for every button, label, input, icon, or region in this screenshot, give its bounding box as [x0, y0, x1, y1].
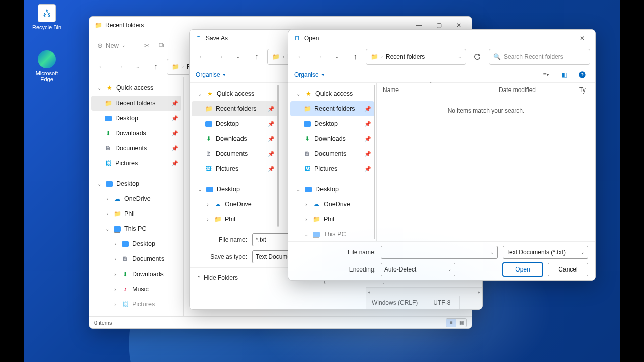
- filename-input[interactable]: ⌄: [381, 246, 498, 259]
- edge-label: Microsoft Edge: [29, 70, 64, 82]
- explorer-nav-pane[interactable]: ⌄★Quick access 📁Recent folders📌 Desktop📌…: [89, 77, 184, 316]
- desktop[interactable]: Recycle Bin Microsoft Edge 📁 Recent fold…: [24, 0, 620, 362]
- nav-user[interactable]: ›📁Phil: [290, 212, 374, 227]
- details-view-icon[interactable]: ≡: [446, 319, 456, 327]
- open-button[interactable]: Open: [503, 263, 543, 276]
- back-button[interactable]: ←: [195, 49, 210, 64]
- nav-downloads[interactable]: ⬇Downloads📌: [290, 131, 374, 146]
- help-button[interactable]: ?: [575, 68, 589, 82]
- quick-access-header[interactable]: ⌄★Quick access: [91, 80, 181, 96]
- pin-icon: 📌: [364, 166, 371, 172]
- forward-button[interactable]: →: [213, 49, 228, 64]
- horizontal-scrollbar[interactable]: ◂▸: [366, 287, 482, 296]
- microsoft-edge[interactable]: Microsoft Edge: [29, 50, 64, 82]
- saveas-nav-pane[interactable]: ⌄★Quick access 📁Recent folders📌 Desktop📌…: [190, 83, 280, 229]
- filetype-select[interactable]: Text Documents (*.txt)⌄: [503, 246, 588, 259]
- nav-this-pc[interactable]: ⌄This PC: [192, 227, 278, 229]
- nav-recent-folders[interactable]: 📁Recent folders📌: [192, 101, 278, 116]
- close-button[interactable]: ✕: [572, 31, 592, 46]
- quick-access-header[interactable]: ⌄★Quick access: [290, 86, 374, 101]
- view-toggle[interactable]: ≡ ▦: [446, 318, 467, 327]
- search-input[interactable]: 🔍 Search Recent folders: [489, 49, 590, 65]
- open-content[interactable]: Name Date modified Ty No items match you…: [377, 83, 595, 241]
- filename-input[interactable]: *.txt: [252, 233, 475, 246]
- open-titlebar[interactable]: 🗒 Open ✕: [288, 30, 595, 47]
- nav-desktop[interactable]: Desktop📌: [192, 116, 278, 131]
- open-dialog[interactable]: 🗒 Open ✕ ← → ⌄ ↑ 📁 › Recent folders ⌄ 🔍 …: [288, 29, 596, 281]
- nav-pc-downloads[interactable]: ›⬇Downloads: [91, 266, 181, 282]
- cut-icon[interactable]: ✂: [144, 42, 150, 49]
- nav-pc-desktop[interactable]: ›Desktop: [91, 236, 181, 251]
- nav-pictures[interactable]: 🖼Pictures📌: [290, 161, 374, 176]
- nav-pc-documents[interactable]: ›🗎Documents: [91, 251, 181, 266]
- nav-pc-pictures[interactable]: ›🖼Pictures: [91, 297, 181, 312]
- nav-desktop-section[interactable]: ⌄Desktop: [91, 176, 181, 191]
- back-button[interactable]: ←: [94, 59, 109, 74]
- folder-icon: 📁: [370, 53, 378, 61]
- recent-dropdown[interactable]: ⌄: [130, 59, 145, 74]
- nav-this-pc[interactable]: ⌄This PC: [290, 227, 374, 241]
- saveas-footer: File name: *.txt Save as type: Text Docu…: [190, 229, 482, 267]
- up-button[interactable]: ↑: [348, 49, 363, 64]
- nav-pictures[interactable]: 🖼Pictures📌: [192, 161, 278, 176]
- col-type[interactable]: Ty: [579, 86, 589, 94]
- refresh-button[interactable]: [469, 49, 486, 65]
- cloud-icon: ☁: [113, 195, 121, 203]
- download-icon: ⬇: [104, 129, 112, 137]
- nav-recent-folders[interactable]: 📁Recent folders📌: [91, 96, 181, 111]
- forward-button[interactable]: →: [112, 59, 127, 74]
- nav-onedrive[interactable]: ›☁OneDrive: [290, 197, 374, 212]
- new-button[interactable]: ⊕ New ⌄: [97, 42, 126, 49]
- large-icons-view-icon[interactable]: ▦: [456, 319, 466, 327]
- nav-desktop[interactable]: Desktop📌: [91, 111, 181, 126]
- recent-dropdown[interactable]: ⌄: [231, 49, 246, 64]
- nav-pc-music[interactable]: ›♪Music: [91, 282, 181, 297]
- encoding-label: Encoding:: [292, 274, 319, 281]
- col-date[interactable]: Date modified: [499, 86, 559, 94]
- hide-folders-button[interactable]: ⌃Hide Folders: [190, 271, 285, 284]
- back-button[interactable]: ←: [293, 49, 308, 64]
- cancel-button[interactable]: Cancel: [548, 263, 588, 276]
- chevron-down-icon[interactable]: ⌄: [458, 54, 462, 59]
- col-name[interactable]: Name: [383, 86, 478, 94]
- saveastype-select[interactable]: Text Docume: [252, 250, 475, 263]
- organise-button[interactable]: Organise▼: [294, 71, 325, 78]
- open-nav-row: ← → ⌄ ↑ 📁 › Recent folders ⌄ 🔍 Search Re…: [288, 47, 595, 67]
- recycle-bin[interactable]: Recycle Bin: [29, 4, 64, 30]
- address-bar[interactable]: 📁 › Recent folders ⌄: [366, 49, 466, 65]
- nav-desktop[interactable]: Desktop📌: [290, 116, 374, 131]
- recycle-bin-label: Recycle Bin: [29, 24, 64, 30]
- pin-icon: 📌: [268, 166, 275, 172]
- nav-desktop-section[interactable]: ⌄Desktop: [192, 182, 278, 197]
- nav-recent-folders[interactable]: 📁Recent folders📌: [290, 101, 374, 116]
- forward-button[interactable]: →: [311, 49, 327, 64]
- notepad-statusbar: Windows (CRLF) UTF-8: [366, 296, 482, 309]
- nav-documents[interactable]: 🗎Documents📌: [290, 146, 374, 161]
- desktop-icon: [105, 116, 112, 121]
- preview-pane-button[interactable]: ◧: [557, 68, 571, 82]
- open-nav-pane[interactable]: ⌄★Quick access 📁Recent folders📌 Desktop📌…: [288, 83, 377, 241]
- nav-downloads[interactable]: ⬇Downloads📌: [91, 126, 181, 141]
- encoding-select[interactable]: UTF-8: [324, 271, 384, 284]
- nav-documents[interactable]: 🗎Documents📌: [91, 141, 181, 156]
- nav-user[interactable]: ›📁Phil: [192, 212, 278, 227]
- up-button[interactable]: ↑: [148, 59, 164, 74]
- copy-icon[interactable]: ⧉: [159, 41, 164, 49]
- nav-downloads[interactable]: ⬇Downloads📌: [192, 131, 278, 146]
- column-headers[interactable]: Name Date modified Ty: [377, 83, 595, 97]
- nav-user[interactable]: ›📁Phil: [91, 206, 181, 221]
- nav-desktop-section[interactable]: ⌄Desktop: [290, 182, 374, 197]
- line-ending-cell: Windows (CRLF): [366, 296, 427, 309]
- nav-onedrive[interactable]: ›☁OneDrive: [91, 191, 181, 206]
- up-button[interactable]: ↑: [249, 49, 264, 64]
- encoding-select[interactable]: Auto-Detect⌄: [381, 263, 455, 276]
- nav-onedrive[interactable]: ›☁OneDrive: [192, 197, 278, 212]
- nav-documents[interactable]: 🗎Documents📌: [192, 146, 278, 161]
- quick-access-header[interactable]: ⌄★Quick access: [192, 86, 278, 101]
- organise-button[interactable]: Organise▼: [196, 71, 226, 78]
- recent-dropdown[interactable]: ⌄: [330, 49, 345, 64]
- nav-this-pc[interactable]: ⌄This PC: [91, 221, 181, 236]
- view-options-button[interactable]: ≡ ▾: [539, 68, 553, 82]
- desktop-icon: [304, 121, 311, 127]
- nav-pictures[interactable]: 🖼Pictures📌: [91, 156, 181, 171]
